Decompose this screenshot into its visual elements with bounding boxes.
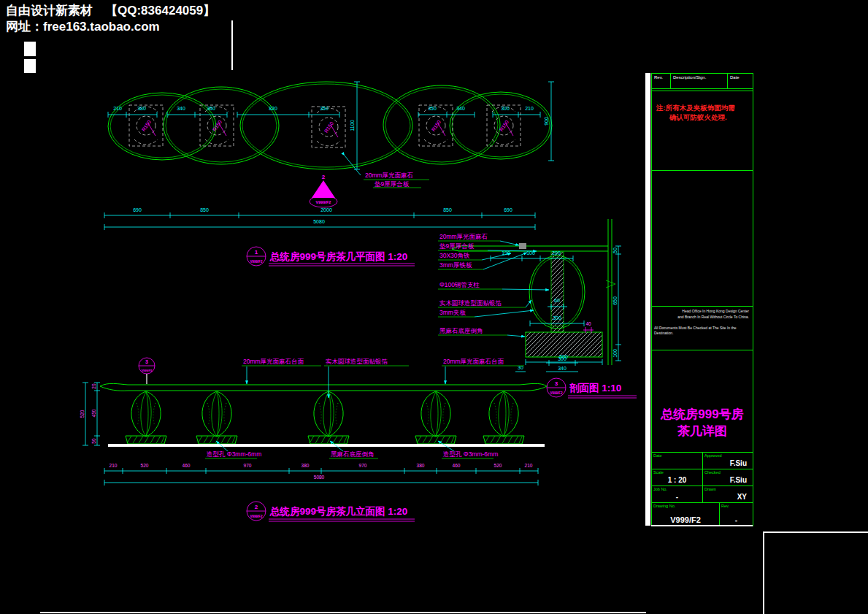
section-sym-ref: V999/F2	[550, 391, 563, 395]
field-value: V999/F2	[652, 515, 719, 524]
plan-title: 1 V999/F2 总统房999号房茶几平面图 1:20	[247, 247, 415, 266]
plan-sym-ref: V999/F2	[250, 260, 263, 264]
field-label: Job No.	[653, 487, 667, 491]
section-title: 3 V999/F2 剖面图 1:10	[547, 378, 637, 398]
dim-column: 60	[554, 298, 560, 303]
drawing-title-line1: 总统房999号房	[652, 406, 753, 423]
section-note: 垫9厘厚合板	[439, 242, 475, 250]
cad-canvas: 自由设计新素材 【QQ:836424059】网址：free163.taobao.…	[0, 0, 868, 614]
dim-height: 900	[544, 117, 549, 126]
dim: 210	[525, 106, 534, 111]
fields-grid: Date Approved F.Siu Scale 1 : 20 Checked…	[652, 452, 753, 526]
dim: 380	[302, 463, 310, 468]
divider	[652, 170, 753, 171]
elev-sym-num: 2	[255, 504, 258, 510]
elev-note-top: 20mm厚光面麻石台面	[243, 358, 304, 365]
field-label: Approved	[704, 453, 722, 458]
section-note: 30X30角铁	[439, 252, 470, 259]
dim: 340	[558, 366, 566, 371]
field-approved: Approved F.Siu	[702, 452, 753, 469]
elevation-view: 20 450 50 520 30 300 340 20mm厚光面麻石台面 实木圆…	[80, 356, 578, 521]
dim: 340	[456, 106, 465, 111]
field-rev: Rev. -	[719, 502, 753, 526]
dim: 690	[504, 207, 512, 212]
cut-ref: V999/F2	[316, 200, 331, 204]
section-note: 3mm厚铁板	[439, 261, 472, 269]
stone-base-cut	[526, 332, 602, 357]
dim: 300	[501, 106, 510, 111]
desc-col-header: Description/Sign.	[671, 74, 728, 88]
elevation-title: 2 V999/F2 总统房999号房茶几立面图 1:20	[247, 502, 415, 521]
section-note: 实木圆球造型面贴银箔	[439, 299, 502, 307]
field-label: Checked	[704, 470, 721, 475]
section-note: 黑麻石底座倒角	[439, 327, 483, 334]
dim: 210	[525, 463, 533, 468]
elev-sym-ref: V999/F2	[250, 515, 263, 518]
red-note-line2: 确认可防蚁火处理.	[656, 112, 748, 122]
section-note: Φ100钢管支柱	[439, 281, 480, 288]
field-label: Rev.	[721, 504, 729, 508]
stone-cut	[519, 243, 526, 249]
rev-col-header: Rev.	[652, 74, 671, 88]
dim: 850	[443, 207, 452, 212]
section-note: 3mm夹板	[439, 309, 466, 316]
section-view: 190 100 200 60 300 500 40 50 650 100	[438, 219, 637, 398]
section-title-text: 剖面图 1:10	[569, 383, 621, 394]
drawing-title-line2: 茶几详图	[652, 423, 753, 440]
revision-header: Rev. Description/Sign. Date	[652, 74, 753, 89]
field-job-no: Job No. -	[652, 486, 702, 502]
dim: 300	[558, 356, 566, 361]
dim: 520	[494, 463, 502, 468]
section-cut-symbol: 2 V999/F2	[310, 174, 337, 207]
elev-note-bottom: 造型孔 Φ3mm-6mm	[207, 450, 261, 458]
field-drawn: Drawn XY	[702, 486, 753, 502]
dim: 520	[141, 463, 149, 468]
dim-belly: 300	[553, 315, 561, 321]
field-value: -	[652, 493, 702, 501]
field-scale: Scale 1 : 20	[652, 469, 702, 486]
dim: 2000	[320, 207, 332, 212]
dim: 100	[612, 349, 618, 358]
elevation-marker: 3 V999/F2	[139, 358, 155, 384]
elev-note-bottom: 造型孔 Φ3mm-6mm	[443, 450, 498, 458]
dim-total: 5080	[313, 219, 325, 224]
elev-title-text: 总统房999号房茶几立面图 1:20	[269, 505, 407, 517]
title-block-bottom-line	[651, 525, 753, 526]
marker-ref: V999/F2	[141, 369, 153, 372]
title-block: Rev. Description/Sign. Date 注:所有木及夹板饰面均需…	[645, 73, 753, 526]
plan-sym-num: 1	[255, 249, 258, 256]
dim: 50	[612, 247, 618, 253]
company-line1: Head Office In Hong Kong Design Center	[654, 309, 749, 314]
field-checked: Checked F.Siu	[702, 469, 753, 486]
dim: 380	[417, 463, 425, 468]
plan-note-1: 20mm厚光面麻石	[365, 172, 413, 179]
drawing-title: 总统房999号房 茶几详图	[652, 406, 753, 440]
dim: 970	[244, 463, 252, 468]
title-block-strip	[645, 73, 650, 526]
dim: 350	[428, 106, 437, 111]
dim: 350	[320, 106, 329, 111]
field-value: 1 : 20	[652, 476, 702, 484]
dim: 210	[113, 106, 122, 111]
dim: 850	[200, 207, 209, 212]
dim-height: 1100	[350, 120, 355, 131]
field-value: -	[720, 516, 753, 524]
company-line2: and Branch In Real Without Circle To Chi…	[654, 315, 749, 320]
dim: 20	[91, 383, 96, 389]
title-block-frame: Rev. Description/Sign. Date 注:所有木及夹板饰面均需…	[651, 73, 753, 526]
red-note-line1: 注:所有木及夹板饰面均需	[656, 103, 748, 112]
dim: 970	[359, 463, 367, 468]
tabletop	[100, 383, 547, 391]
plan-note-2: 垫9厘厚合板	[375, 180, 410, 188]
plan-title-text: 总统房999号房茶几平面图 1:20	[269, 251, 407, 262]
marker-num: 3	[145, 359, 148, 364]
ground-line	[108, 444, 545, 447]
cut-num: 2	[322, 174, 326, 180]
field-date: Date	[652, 452, 702, 469]
divider	[652, 91, 753, 91]
field-value: XY	[703, 493, 753, 501]
date-col-header: Date	[728, 74, 753, 88]
dim: 650	[612, 296, 618, 305]
dim: 460	[183, 463, 191, 468]
dim-chamfer: 40	[585, 321, 591, 326]
